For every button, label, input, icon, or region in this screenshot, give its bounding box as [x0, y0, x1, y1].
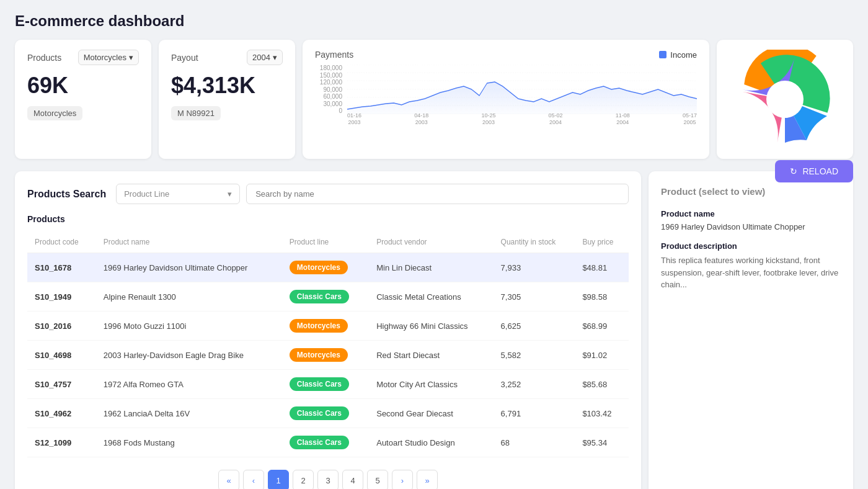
- pagination-next[interactable]: ›: [392, 470, 413, 489]
- product-code: S10_2016: [35, 321, 71, 331]
- product-code: S10_4757: [35, 380, 71, 389]
- product-line-badge: Classic Cars: [290, 436, 349, 449]
- detail-panel: Product (select to view) Product name 19…: [649, 171, 853, 489]
- main-panel: Products Search Product Line ▾ Products …: [15, 171, 641, 489]
- page-title: E-commerce dashboard: [15, 12, 853, 30]
- product-quantity: 6,625: [494, 312, 575, 341]
- payouts-card: Payout 2004 ▾ $4,313K M N89921: [159, 40, 295, 159]
- product-vendor: Autoart Studio Design: [369, 428, 493, 457]
- product-line-badge: Motorcycles: [290, 319, 348, 333]
- chart-x-axis: 01-162003 04-182003 10-252003 05-022004 …: [347, 112, 697, 127]
- table-row[interactable]: S10_2016 1996 Moto Guzzi 1100i Motorcycl…: [27, 312, 629, 341]
- detail-panel-title: Product (select to view): [661, 186, 841, 197]
- product-line-badge: Classic Cars: [290, 290, 349, 303]
- product-buy-price: $98.58: [575, 282, 629, 312]
- product-buy-price: $91.02: [575, 341, 629, 370]
- product-line-select[interactable]: Product Line ▾: [116, 184, 240, 204]
- search-input[interactable]: [246, 184, 629, 204]
- product-name: Alpine Renault 1300: [96, 282, 282, 312]
- product-line-badge: Motorcycles: [290, 348, 348, 362]
- pie-chart: [735, 50, 835, 149]
- pagination-first[interactable]: «: [218, 470, 239, 489]
- product-vendor: Second Gear Diecast: [369, 399, 493, 428]
- chart-y-axis: 180,000 150,000 120,000 90,000 60,000 30…: [315, 65, 345, 114]
- product-vendor: Min Lin Diecast: [369, 253, 493, 282]
- table-row[interactable]: S10_4757 1972 Alfa Romeo GTA Classic Car…: [27, 370, 629, 399]
- col-header-name: Product name: [96, 231, 282, 253]
- table-section: Products Product code Product name Produ…: [27, 214, 629, 457]
- product-vendor: Motor City Art Classics: [369, 370, 493, 399]
- product-name: 1972 Alfa Romeo GTA: [96, 370, 282, 399]
- search-section-title: Products Search: [27, 189, 106, 200]
- products-table: Product code Product name Product line P…: [27, 231, 629, 457]
- table-row[interactable]: S10_1678 1969 Harley Davidson Ultimate C…: [27, 253, 629, 282]
- payouts-card-label: Payout: [171, 53, 198, 63]
- product-name: 2003 Harley-Davidson Eagle Drag Bike: [96, 341, 282, 370]
- table-row[interactable]: S10_4698 2003 Harley-Davidson Eagle Drag…: [27, 341, 629, 370]
- product-quantity: 7,933: [494, 253, 575, 282]
- reload-button[interactable]: ↻ RELOAD: [775, 160, 853, 182]
- payouts-badge: M N89921: [171, 106, 221, 120]
- pagination-page-3[interactable]: 3: [317, 470, 339, 489]
- pagination-last[interactable]: »: [417, 470, 438, 489]
- detail-product-desc-value: This replica features working kickstand,…: [661, 254, 841, 291]
- product-name: 1969 Harley Davidson Ultimate Chopper: [96, 253, 282, 282]
- col-header-line: Product line: [282, 231, 369, 253]
- payments-chart: 180,000 150,000 120,000 90,000 60,000 30…: [315, 65, 697, 127]
- product-quantity: 68: [494, 428, 575, 457]
- payouts-big-value: $4,313K: [171, 73, 283, 99]
- product-buy-price: $95.34: [575, 428, 629, 457]
- product-code: S10_4698: [35, 351, 71, 360]
- product-buy-price: $103.42: [575, 399, 629, 428]
- product-buy-price: $85.68: [575, 370, 629, 399]
- pagination: « ‹ 1 2 3 4 5 › »: [27, 457, 629, 489]
- product-vendor: Highway 66 Mini Classics: [369, 312, 493, 341]
- product-vendor: Classic Metal Creations: [369, 282, 493, 312]
- chevron-down-icon: ▾: [228, 189, 232, 199]
- payments-legend: Income: [659, 50, 697, 60]
- chart-svg-area: [347, 65, 697, 114]
- detail-product-desc-label: Product description: [661, 241, 841, 251]
- table-row[interactable]: S10_4962 1962 LanciaA Delta 16V Classic …: [27, 399, 629, 428]
- table-title: Products: [27, 214, 629, 224]
- product-buy-price: $68.99: [575, 312, 629, 341]
- product-quantity: 5,582: [494, 341, 575, 370]
- table-row[interactable]: S12_1099 1968 Fods Mustang Classic Cars …: [27, 428, 629, 457]
- payouts-dropdown[interactable]: 2004 ▾: [247, 50, 283, 65]
- pie-chart-card: [717, 40, 853, 159]
- income-legend-dot: [659, 51, 666, 58]
- detail-product-name-value: 1969 Harley Davidson Ultimate Chopper: [661, 222, 841, 231]
- search-row: Products Search Product Line ▾: [27, 184, 629, 204]
- product-line-badge: Classic Cars: [290, 377, 349, 391]
- pagination-prev[interactable]: ‹: [243, 470, 264, 489]
- pagination-page-4[interactable]: 4: [342, 470, 363, 489]
- product-code: S12_1099: [35, 438, 71, 447]
- product-name: 1968 Fods Mustang: [96, 428, 282, 457]
- products-badge: Motorcycles: [27, 106, 82, 120]
- col-header-code: Product code: [27, 231, 96, 253]
- income-legend-label: Income: [670, 50, 697, 60]
- product-buy-price: $48.81: [575, 253, 629, 282]
- col-header-qty: Quantity in stock: [494, 231, 575, 253]
- pagination-page-1[interactable]: 1: [268, 470, 289, 489]
- product-code: S10_1678: [35, 263, 71, 272]
- product-quantity: 7,305: [494, 282, 575, 312]
- product-line-badge: Classic Cars: [290, 406, 349, 420]
- products-dropdown[interactable]: Motorcycles ▾: [78, 50, 139, 65]
- product-quantity: 3,252: [494, 370, 575, 399]
- pagination-page-5[interactable]: 5: [367, 470, 388, 489]
- products-card: Products Motorcycles ▾ 69K Motorcycles: [15, 40, 151, 159]
- chevron-down-icon: ▾: [129, 53, 133, 62]
- search-controls: Product Line ▾: [116, 184, 629, 204]
- table-row[interactable]: S10_1949 Alpine Renault 1300 Classic Car…: [27, 282, 629, 312]
- pagination-page-2[interactable]: 2: [293, 470, 314, 489]
- payments-card: Payments Income 180,000 150,000 120,000 …: [303, 40, 709, 159]
- product-vendor: Red Start Diecast: [369, 341, 493, 370]
- reload-icon: ↻: [790, 166, 797, 176]
- product-quantity: 6,791: [494, 399, 575, 428]
- col-header-price: Buy price: [575, 231, 629, 253]
- products-card-label: Products: [27, 53, 61, 63]
- detail-product-name-label: Product name: [661, 209, 841, 218]
- col-header-vendor: Product vendor: [369, 231, 493, 253]
- product-line-badge: Motorcycles: [290, 261, 348, 274]
